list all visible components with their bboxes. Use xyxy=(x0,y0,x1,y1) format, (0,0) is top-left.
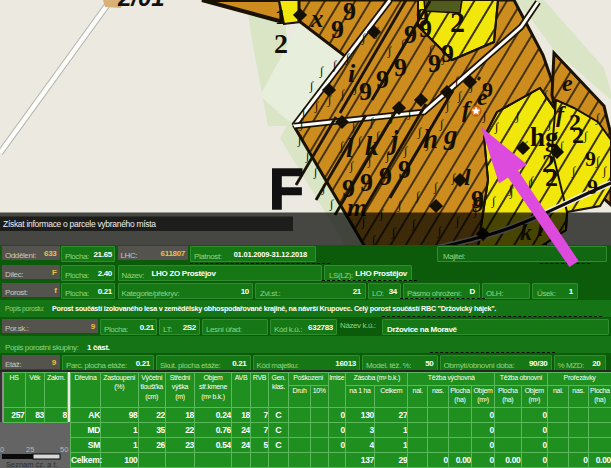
svg-text:∫: ∫ xyxy=(441,51,446,65)
svg-text:∫: ∫ xyxy=(389,110,394,124)
svg-text:∫: ∫ xyxy=(387,44,392,58)
svg-text:∫: ∫ xyxy=(321,181,326,195)
svg-text:∫: ∫ xyxy=(543,88,548,102)
svg-text:9: 9 xyxy=(343,0,356,26)
svg-text:∫: ∫ xyxy=(595,154,600,168)
svg-text:g: g xyxy=(443,120,458,150)
svg-text:2: 2 xyxy=(545,163,558,192)
svg-text:∫: ∫ xyxy=(451,171,456,185)
svg-text:∫: ∫ xyxy=(351,119,356,133)
svg-text:Seznam čz. a t.: Seznam čz. a t. xyxy=(6,460,58,468)
svg-text:∫: ∫ xyxy=(340,87,345,101)
svg-text:9: 9 xyxy=(359,77,372,106)
svg-text:9: 9 xyxy=(419,14,432,43)
svg-text:9: 9 xyxy=(398,155,411,184)
svg-text:∫: ∫ xyxy=(327,93,332,107)
svg-text:1: 1 xyxy=(275,4,286,29)
svg-text:9: 9 xyxy=(376,65,389,94)
svg-text:∫: ∫ xyxy=(339,139,344,153)
svg-text:9: 9 xyxy=(587,174,598,199)
svg-text:∫: ∫ xyxy=(499,164,504,178)
svg-text:∫: ∫ xyxy=(313,165,318,179)
svg-text:∫: ∫ xyxy=(527,177,532,191)
svg-text:∫: ∫ xyxy=(428,43,433,57)
svg-text:∫: ∫ xyxy=(299,117,304,131)
svg-text:l: l xyxy=(464,164,471,190)
svg-text:∫: ∫ xyxy=(374,25,379,39)
svg-text:∫: ∫ xyxy=(583,129,588,143)
svg-text:∫: ∫ xyxy=(397,198,402,212)
svg-text:∫: ∫ xyxy=(445,99,450,113)
svg-text:∫: ∫ xyxy=(369,115,374,129)
svg-text:9: 9 xyxy=(394,53,407,82)
svg-text:∫: ∫ xyxy=(482,109,487,123)
svg-text:∫: ∫ xyxy=(559,139,564,153)
svg-text:9: 9 xyxy=(585,146,596,171)
svg-text:2: 2 xyxy=(274,28,288,59)
svg-text:∫: ∫ xyxy=(469,79,474,93)
svg-text:∫: ∫ xyxy=(385,149,390,163)
svg-text:∫: ∫ xyxy=(547,117,552,131)
svg-text:∫: ∫ xyxy=(349,159,354,173)
svg-text:∫: ∫ xyxy=(425,137,430,151)
svg-text:∫: ∫ xyxy=(367,154,372,168)
svg-text:∫: ∫ xyxy=(407,106,412,120)
svg-text:e: e xyxy=(562,70,573,96)
svg-text:∫: ∫ xyxy=(305,149,310,163)
svg-text:50: 50 xyxy=(60,445,68,454)
svg-text:9: 9 xyxy=(379,162,392,191)
svg-text:∫: ∫ xyxy=(345,51,350,65)
svg-text:∫: ∫ xyxy=(332,58,337,72)
svg-text:hg: hg xyxy=(530,122,559,152)
svg-text:∫: ∫ xyxy=(297,133,302,147)
svg-text:∫: ∫ xyxy=(491,194,496,208)
svg-text:∫: ∫ xyxy=(357,134,362,148)
svg-text:2/01: 2/01 xyxy=(117,0,165,11)
svg-text:∫: ∫ xyxy=(515,109,520,123)
svg-text:∫: ∫ xyxy=(415,189,420,203)
svg-text:∫: ∫ xyxy=(523,139,528,153)
svg-text:∫: ∫ xyxy=(571,164,576,178)
svg-text:∫: ∫ xyxy=(314,99,319,113)
svg-text:∫: ∫ xyxy=(319,64,324,78)
svg-text:∫: ∫ xyxy=(403,144,408,158)
svg-text:∫: ∫ xyxy=(595,111,600,125)
svg-text:∫: ∫ xyxy=(491,137,496,151)
svg-text:∫: ∫ xyxy=(454,74,459,88)
svg-text:∫: ∫ xyxy=(417,125,422,139)
svg-text:∫: ∫ xyxy=(400,37,405,51)
svg-text:x: x xyxy=(310,5,324,32)
svg-text:0: 0 xyxy=(0,445,4,454)
svg-text:25: 25 xyxy=(26,445,34,454)
svg-text:e: e xyxy=(477,84,488,110)
svg-text:Získat informace o parcele vyb: Získat informace o parcele vybraného mís… xyxy=(3,219,156,229)
svg-text:∫: ∫ xyxy=(361,31,366,45)
svg-text:∫: ∫ xyxy=(509,185,514,199)
svg-text:∫: ∫ xyxy=(501,150,506,164)
svg-text:∫: ∫ xyxy=(602,164,607,178)
svg-text:F: F xyxy=(269,157,304,221)
svg-text:2: 2 xyxy=(572,122,584,148)
svg-text:∫: ∫ xyxy=(353,81,358,95)
svg-text:2: 2 xyxy=(450,5,465,38)
svg-text:∫: ∫ xyxy=(494,120,499,134)
svg-text:∫: ∫ xyxy=(375,129,380,143)
svg-text:∫: ∫ xyxy=(329,197,334,211)
svg-text:∫: ∫ xyxy=(457,89,462,103)
svg-text:∫: ∫ xyxy=(439,117,444,131)
svg-text:∫: ∫ xyxy=(433,180,438,194)
svg-text:∫: ∫ xyxy=(309,79,314,93)
